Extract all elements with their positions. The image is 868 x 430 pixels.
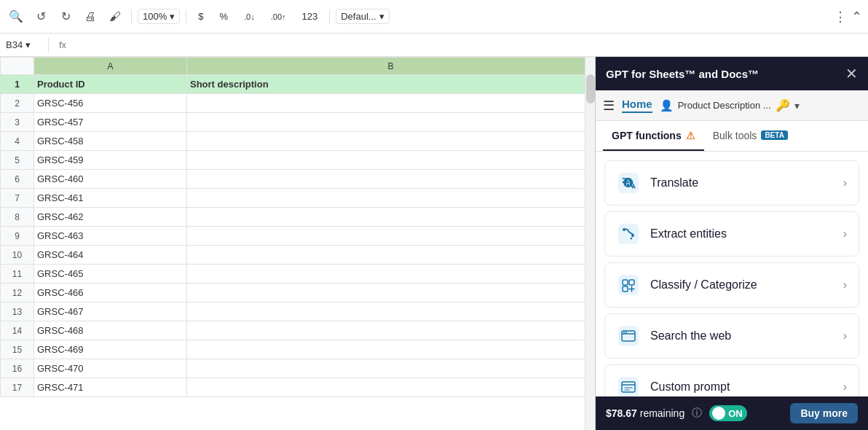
table-row[interactable]: 15GRSC-469 [1, 340, 585, 359]
column-a-header[interactable]: A [34, 58, 187, 75]
toolbar-divider-3 [329, 9, 330, 24]
paint-format-icon[interactable]: 🖌 [105, 7, 125, 27]
tab-gpt-functions[interactable]: GPT functions ⚠ [603, 121, 704, 151]
cell-reference[interactable]: B34 ▾ [6, 39, 42, 50]
vertical-scrollbar[interactable] [585, 57, 595, 430]
toolbar-divider-2 [186, 9, 186, 24]
buy-more-button[interactable]: Buy more [790, 403, 858, 423]
cell-a[interactable]: GRSC-458 [34, 132, 187, 151]
cell-a[interactable]: GRSC-461 [34, 189, 187, 208]
nav-chevron-icon[interactable]: ▾ [794, 100, 800, 112]
cell-b[interactable] [187, 113, 585, 132]
scrollbar-thumb[interactable] [586, 74, 595, 103]
table-row[interactable]: 3GRSC-457 [1, 113, 585, 132]
decrease-decimals-button[interactable]: .0↓ [238, 10, 261, 23]
tool-search-the-web[interactable]: Search the web › [604, 313, 859, 359]
column-header-row: A B [1, 58, 585, 75]
cell-b[interactable] [187, 359, 585, 378]
collapse-button[interactable]: ⌃ [851, 9, 862, 25]
percent-button[interactable]: % [213, 9, 234, 24]
table-row[interactable]: 1Product IDShort description [1, 75, 585, 94]
toggle-switch[interactable]: ON [709, 405, 747, 421]
cell-b[interactable] [187, 170, 585, 189]
table-row[interactable]: 7GRSC-461 [1, 189, 585, 208]
table-row[interactable]: 16GRSC-470 [1, 359, 585, 378]
cell-a[interactable]: GRSC-456 [34, 94, 187, 113]
zoom-selector[interactable]: 100% ▾ [138, 9, 180, 24]
info-icon[interactable]: ⓘ [692, 407, 702, 420]
cell-b[interactable] [187, 340, 585, 359]
doc-name: Product Description ... [678, 100, 771, 111]
cell-b[interactable] [187, 284, 585, 302]
table-row[interactable]: 2GRSC-456 [1, 94, 585, 113]
cell-b[interactable] [187, 208, 585, 227]
cell-a[interactable]: Product ID [34, 75, 187, 94]
tool-extract-entities[interactable]: Extract entities › [604, 211, 859, 257]
cell-b[interactable] [187, 227, 585, 246]
cell-a[interactable]: GRSC-464 [34, 246, 187, 265]
classify-categorize-icon [617, 273, 640, 297]
tool-translate[interactable]: 🅐 Translate › [604, 160, 859, 206]
search-icon[interactable]: 🔍 [6, 7, 26, 27]
panel-header: GPT for Sheets™ and Docs™ ✕ [596, 57, 868, 90]
column-b-header[interactable]: B [187, 58, 585, 75]
more-menu-button[interactable]: ⋮ [834, 9, 847, 25]
hamburger-menu-button[interactable]: ☰ [603, 98, 615, 114]
cell-b[interactable] [187, 265, 585, 284]
svg-rect-2 [618, 224, 639, 244]
svg-rect-9 [618, 326, 639, 346]
cell-b[interactable] [187, 246, 585, 265]
table-row[interactable]: 10GRSC-464 [1, 246, 585, 265]
cell-a[interactable]: GRSC-459 [34, 151, 187, 170]
formula-input[interactable] [76, 39, 862, 50]
sheet-body: 1Product IDShort description2GRSC-4563GR… [1, 75, 585, 397]
row-number: 14 [1, 321, 34, 340]
table-row[interactable]: 4GRSC-458 [1, 132, 585, 151]
cell-b[interactable] [187, 151, 585, 170]
table-row[interactable]: 5GRSC-459 [1, 151, 585, 170]
cell-b[interactable] [187, 321, 585, 340]
number-format-button[interactable]: 123 [296, 9, 324, 24]
cell-a[interactable]: GRSC-457 [34, 113, 187, 132]
tab-bulk-tools[interactable]: Bulk tools BETA [704, 121, 797, 151]
cell-b[interactable] [187, 132, 585, 151]
table-row[interactable]: 13GRSC-467 [1, 302, 585, 321]
increase-decimals-button[interactable]: .00↑ [265, 10, 292, 23]
cell-a[interactable]: GRSC-470 [34, 359, 187, 378]
cell-b[interactable]: Short description [187, 75, 585, 94]
panel-close-button[interactable]: ✕ [845, 65, 858, 82]
cell-a[interactable]: GRSC-460 [34, 170, 187, 189]
cell-b[interactable] [187, 378, 585, 397]
table-row[interactable]: 17GRSC-471 [1, 378, 585, 397]
cell-a[interactable]: GRSC-467 [34, 302, 187, 321]
cell-a[interactable]: GRSC-465 [34, 265, 187, 284]
svg-point-3 [623, 228, 626, 231]
tool-custom-prompt[interactable]: Custom prompt › [604, 364, 859, 396]
row-number: 4 [1, 132, 34, 151]
table-row[interactable]: 6GRSC-460 [1, 170, 585, 189]
font-selector[interactable]: Defaul... ▾ [336, 9, 389, 24]
table-row[interactable]: 9GRSC-463 [1, 227, 585, 246]
print-icon[interactable]: 🖨 [80, 7, 100, 27]
cell-a[interactable]: GRSC-462 [34, 208, 187, 227]
cell-a[interactable]: GRSC-471 [34, 378, 187, 397]
translate-chevron-icon: › [843, 176, 847, 189]
home-nav-button[interactable]: Home [622, 98, 652, 113]
table-row[interactable]: 11GRSC-465 [1, 265, 585, 284]
cell-a[interactable]: GRSC-463 [34, 227, 187, 246]
cell-a[interactable]: GRSC-468 [34, 321, 187, 340]
table-row[interactable]: 12GRSC-466 [1, 284, 585, 302]
formula-bar: B34 ▾ fx [0, 34, 868, 57]
redo-icon[interactable]: ↻ [55, 7, 76, 27]
cell-b[interactable] [187, 189, 585, 208]
cell-a[interactable]: GRSC-469 [34, 340, 187, 359]
cell-b[interactable] [187, 302, 585, 321]
currency-button[interactable]: $ [192, 9, 209, 24]
table-row[interactable]: 8GRSC-462 [1, 208, 585, 227]
cell-a[interactable]: GRSC-466 [34, 284, 187, 302]
tool-classify-categorize[interactable]: Classify / Categorize › [604, 262, 859, 308]
table-row[interactable]: 14GRSC-468 [1, 321, 585, 340]
cell-b[interactable] [187, 94, 585, 113]
undo-icon[interactable]: ↺ [31, 7, 51, 27]
panel-title: GPT for Sheets™ and Docs™ [606, 68, 759, 80]
